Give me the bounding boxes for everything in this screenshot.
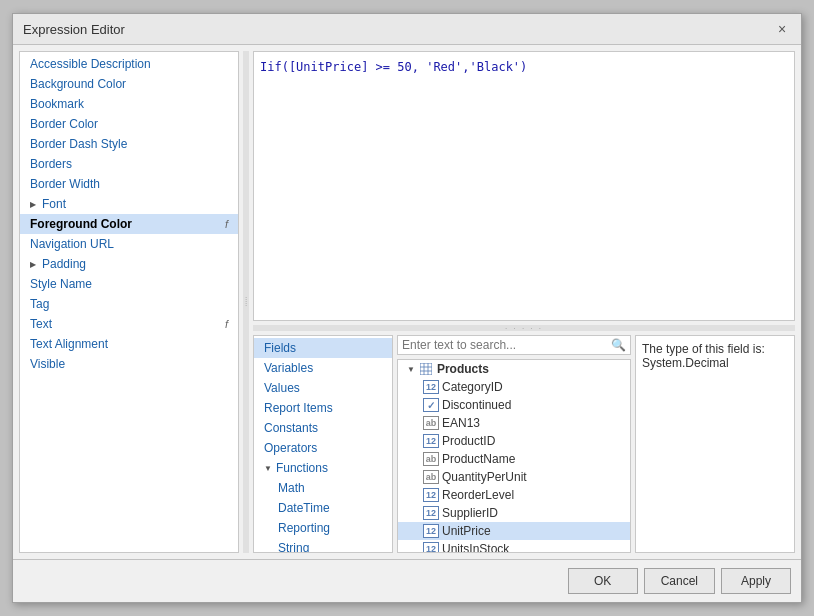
- left-item-foreground-color[interactable]: Foreground Colorf: [20, 214, 238, 234]
- fields-panel: FieldsVariablesValuesReport ItemsConstan…: [253, 335, 393, 553]
- tree-item-label: UnitPrice: [442, 524, 491, 538]
- fields-item-label: Reporting: [278, 521, 330, 535]
- tree-item-label: Products: [437, 362, 489, 376]
- type-icon-bool: ✓: [423, 398, 439, 412]
- tree-panel: ▼Products12CategoryID✓DiscontinuedabEAN1…: [397, 359, 631, 553]
- type-icon-int: 12: [423, 488, 439, 502]
- tree-item-units-in-stock[interactable]: 12UnitsInStock: [398, 540, 630, 553]
- type-icon-table: [418, 362, 434, 376]
- info-panel: The type of this field is: System.Decima…: [635, 335, 795, 553]
- footer: OK Cancel Apply: [13, 559, 801, 602]
- fields-item-fields[interactable]: Fields: [254, 338, 392, 358]
- fields-item-datetime[interactable]: DateTime: [254, 498, 392, 518]
- fields-item-label: Math: [278, 481, 305, 495]
- type-icon-int: 12: [423, 506, 439, 520]
- search-bar: 🔍: [397, 335, 631, 355]
- expression-area[interactable]: Iif([UnitPrice] >= 50, 'Red','Black'): [253, 51, 795, 321]
- left-item-accessible-description[interactable]: Accessible Description: [20, 54, 238, 74]
- left-item-text[interactable]: Textf: [20, 314, 238, 334]
- tree-item-label: ProductName: [442, 452, 515, 466]
- tree-item-label: UnitsInStock: [442, 542, 509, 553]
- type-icon-str: ab: [423, 452, 439, 466]
- left-item-label: Padding: [42, 257, 86, 271]
- fields-item-label: Values: [264, 381, 300, 395]
- splitter-horizontal[interactable]: [253, 325, 795, 331]
- fields-item-operators[interactable]: Operators: [254, 438, 392, 458]
- left-item-label: Borders: [30, 157, 72, 171]
- left-item-label: Border Dash Style: [30, 137, 127, 151]
- splitter-vertical[interactable]: [243, 51, 249, 553]
- fields-item-report-items[interactable]: Report Items: [254, 398, 392, 418]
- fields-item-label: Report Items: [264, 401, 333, 415]
- fields-item-functions[interactable]: ▼Functions: [254, 458, 392, 478]
- left-item-label: Tag: [30, 297, 49, 311]
- f-badge: f: [225, 318, 228, 330]
- left-item-padding[interactable]: Padding: [20, 254, 238, 274]
- left-item-label: Border Width: [30, 177, 100, 191]
- f-badge: f: [225, 218, 228, 230]
- left-item-tag[interactable]: Tag: [20, 294, 238, 314]
- tree-item-unit-price[interactable]: 12UnitPrice: [398, 522, 630, 540]
- fields-item-label: Variables: [264, 361, 313, 375]
- left-item-borders[interactable]: Borders: [20, 154, 238, 174]
- fields-item-values[interactable]: Values: [254, 378, 392, 398]
- tree-item-product-id[interactable]: 12ProductID: [398, 432, 630, 450]
- right-section: Iif([UnitPrice] >= 50, 'Red','Black') Fi…: [253, 51, 795, 553]
- tree-item-products-header[interactable]: ▼Products: [398, 360, 630, 378]
- left-item-label: Foreground Color: [30, 217, 132, 231]
- expression-text: Iif([UnitPrice] >= 50, 'Red','Black'): [260, 60, 527, 74]
- center-panel: 🔍 ▼Products12CategoryID✓DiscontinuedabEA…: [397, 335, 631, 553]
- fields-item-label: Constants: [264, 421, 318, 435]
- left-item-label: Visible: [30, 357, 65, 371]
- left-item-style-name[interactable]: Style Name: [20, 274, 238, 294]
- left-item-font[interactable]: Font: [20, 194, 238, 214]
- dialog-title: Expression Editor: [23, 22, 125, 37]
- tree-item-supplier-id[interactable]: 12SupplierID: [398, 504, 630, 522]
- tree-item-label: ReorderLevel: [442, 488, 514, 502]
- fields-item-constants[interactable]: Constants: [254, 418, 392, 438]
- left-item-background-color[interactable]: Background Color: [20, 74, 238, 94]
- left-panel: Accessible DescriptionBackground ColorBo…: [19, 51, 239, 553]
- apply-button[interactable]: Apply: [721, 568, 791, 594]
- tree-item-label: SupplierID: [442, 506, 498, 520]
- tree-item-reorder-level[interactable]: 12ReorderLevel: [398, 486, 630, 504]
- fields-item-label: DateTime: [278, 501, 330, 515]
- search-input[interactable]: [402, 338, 611, 352]
- type-icon-int: 12: [423, 542, 439, 553]
- left-item-bookmark[interactable]: Bookmark: [20, 94, 238, 114]
- left-item-label: Navigation URL: [30, 237, 114, 251]
- tree-item-category-id[interactable]: 12CategoryID: [398, 378, 630, 396]
- left-item-navigation-url[interactable]: Navigation URL: [20, 234, 238, 254]
- tree-item-quantity-per-unit[interactable]: abQuantityPerUnit: [398, 468, 630, 486]
- left-item-label: Text: [30, 317, 52, 331]
- title-bar: Expression Editor ×: [13, 14, 801, 45]
- fields-item-label: Fields: [264, 341, 296, 355]
- fields-item-label: String: [278, 541, 309, 553]
- fields-item-reporting[interactable]: Reporting: [254, 518, 392, 538]
- left-item-text-alignment[interactable]: Text Alignment: [20, 334, 238, 354]
- tree-item-label: QuantityPerUnit: [442, 470, 527, 484]
- left-item-border-dash-style[interactable]: Border Dash Style: [20, 134, 238, 154]
- type-icon-int: 12: [423, 380, 439, 394]
- left-item-label: Font: [42, 197, 66, 211]
- tree-item-product-name[interactable]: abProductName: [398, 450, 630, 468]
- main-content: Accessible DescriptionBackground ColorBo…: [13, 45, 801, 559]
- info-text: The type of this field is: System.Decima…: [642, 342, 765, 370]
- fields-item-variables[interactable]: Variables: [254, 358, 392, 378]
- expression-editor-dialog: Expression Editor × Accessible Descripti…: [12, 13, 802, 603]
- fields-item-string[interactable]: String: [254, 538, 392, 553]
- tree-item-discontinued[interactable]: ✓Discontinued: [398, 396, 630, 414]
- svg-rect-0: [420, 363, 432, 375]
- fields-item-math[interactable]: Math: [254, 478, 392, 498]
- left-item-border-width[interactable]: Border Width: [20, 174, 238, 194]
- type-icon-int: 12: [423, 524, 439, 538]
- close-button[interactable]: ×: [773, 20, 791, 38]
- tree-expand-arrow: ▼: [407, 365, 415, 374]
- left-item-border-color[interactable]: Border Color: [20, 114, 238, 134]
- ok-button[interactable]: OK: [568, 568, 638, 594]
- cancel-button[interactable]: Cancel: [644, 568, 715, 594]
- left-item-visible[interactable]: Visible: [20, 354, 238, 374]
- left-item-label: Style Name: [30, 277, 92, 291]
- left-item-label: Background Color: [30, 77, 126, 91]
- tree-item-ean13[interactable]: abEAN13: [398, 414, 630, 432]
